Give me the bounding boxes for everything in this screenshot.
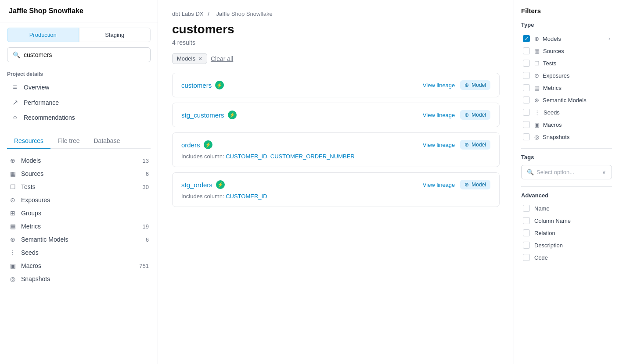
- resource-sources[interactable]: ▦ Sources 6: [7, 167, 151, 180]
- filter-checkbox-metrics[interactable]: [523, 84, 530, 91]
- filter-checkbox-column-name[interactable]: [523, 217, 530, 224]
- filter-type-snapshots[interactable]: ◎ Snapshots: [521, 131, 612, 143]
- filters-panel-title: Filters: [521, 7, 612, 14]
- semantic-models-icon: ⊛: [9, 236, 17, 243]
- tab-database[interactable]: Database: [87, 134, 127, 149]
- seeds-icon: ⋮: [9, 249, 17, 256]
- filter-checkbox-exposures[interactable]: [523, 72, 530, 79]
- env-tab-staging[interactable]: Staging: [79, 28, 151, 42]
- tags-section-title: Tags: [521, 154, 612, 161]
- filter-advanced-column-name[interactable]: Column Name: [521, 214, 612, 227]
- resource-models[interactable]: ⊕ Models 13: [7, 154, 151, 167]
- project-details: Project details ≡ Overview ↗ Performance…: [0, 68, 158, 128]
- nav-item-performance[interactable]: ↗ Performance: [7, 95, 151, 110]
- filter-type-macros[interactable]: ▣ Macros: [521, 118, 612, 131]
- filter-checkbox-seeds[interactable]: [523, 109, 530, 116]
- view-lineage-customers[interactable]: View lineage: [423, 82, 455, 89]
- resource-groups[interactable]: ⊞ Groups: [7, 207, 151, 220]
- recommendations-icon: ○: [11, 114, 19, 121]
- filter-type-metrics[interactable]: ▤ Metrics: [521, 82, 612, 94]
- filter-semantic-models-icon: ⊛: [534, 97, 539, 103]
- filter-metrics-icon: ▤: [534, 85, 540, 91]
- search-icon: 🔍: [13, 51, 20, 58]
- filter-checkbox-semantic-models[interactable]: [523, 96, 530, 103]
- lightning-badge-orders: ⚡: [204, 140, 212, 149]
- sidebar-header: Jaffle Shop Snowflake: [0, 0, 158, 22]
- filter-advanced-description[interactable]: Description: [521, 239, 612, 251]
- env-tab-production[interactable]: Production: [7, 28, 79, 42]
- tags-select[interactable]: 🔍 Select option... ∨: [521, 165, 612, 179]
- filter-advanced-relation[interactable]: Relation: [521, 227, 612, 239]
- filter-models-icon: ⊕: [534, 36, 539, 42]
- filter-checkbox-models[interactable]: [523, 35, 530, 42]
- model-badge-stg-customers: ⊕ Model: [460, 110, 490, 120]
- filter-checkbox-macros[interactable]: [523, 121, 530, 128]
- column-link-customer-order-number[interactable]: CUSTOMER_ORDER_NUMBER: [270, 153, 355, 160]
- breadcrumb-parent[interactable]: dbt Labs DX: [172, 11, 204, 17]
- env-tabs-container: Production Staging: [0, 22, 158, 47]
- filter-type-semantic-models[interactable]: ⊛ Semantic Models: [521, 94, 612, 106]
- filter-checkbox-description[interactable]: [523, 242, 530, 249]
- result-card-stg-customers: stg_customers ⚡ View lineage ⊕ Model: [172, 103, 500, 127]
- resource-macros[interactable]: ▣ Macros 751: [7, 259, 151, 272]
- filter-advanced-name[interactable]: Name: [521, 202, 612, 214]
- resource-seeds[interactable]: ⋮ Seeds: [7, 246, 151, 259]
- filter-checkbox-tests[interactable]: [523, 60, 530, 67]
- filter-row: Models ✕ Clear all: [172, 53, 500, 64]
- result-card-customers: customers ⚡ View lineage ⊕ Model: [172, 73, 500, 97]
- resource-tests[interactable]: ☐ Tests 30: [7, 180, 151, 193]
- resources-section: Resources File tree Database ⊕ Models 13…: [0, 128, 158, 364]
- view-lineage-orders[interactable]: View lineage: [423, 142, 455, 148]
- expand-models-icon[interactable]: ›: [608, 36, 610, 42]
- view-lineage-stg-orders[interactable]: View lineage: [423, 182, 455, 188]
- resource-snapshots[interactable]: ◎ Snapshots: [7, 272, 151, 285]
- lightning-badge-stg-orders: ⚡: [216, 180, 225, 189]
- tab-resources[interactable]: Resources: [7, 134, 50, 149]
- lightning-badge-stg-customers: ⚡: [228, 111, 237, 119]
- result-card-stg-orders: stg_orders ⚡ View lineage ⊕ Model Includ…: [172, 172, 500, 207]
- search-box: 🔍: [7, 47, 151, 62]
- sidebar: Jaffle Shop Snowflake Production Staging…: [0, 0, 158, 364]
- result-link-orders[interactable]: orders ⚡: [181, 140, 212, 149]
- filter-macros-icon: ▣: [534, 121, 540, 128]
- filter-checkbox-snapshots[interactable]: [523, 133, 530, 140]
- filter-type-seeds[interactable]: ⋮ Seeds: [521, 106, 612, 118]
- result-link-customers[interactable]: customers ⚡: [181, 81, 224, 89]
- search-input[interactable]: [24, 51, 145, 58]
- column-link-customer-id-stg-orders[interactable]: CUSTOMER_ID: [226, 193, 267, 200]
- main-content: dbt Labs DX / Jaffle Shop Snowflake cust…: [158, 0, 514, 364]
- sources-icon: ▦: [9, 170, 17, 177]
- divider-tags: [521, 148, 612, 149]
- result-link-stg-customers[interactable]: stg_customers ⚡: [181, 111, 237, 119]
- nav-item-recommendations[interactable]: ○ Recommendations: [7, 110, 151, 125]
- advanced-section-title: Advanced: [521, 192, 612, 199]
- view-lineage-stg-customers[interactable]: View lineage: [423, 112, 455, 118]
- model-badge-customers: ⊕ Model: [460, 80, 490, 90]
- filter-type-models[interactable]: ⊕ Models ›: [521, 32, 612, 45]
- filter-checkbox-code[interactable]: [523, 254, 530, 261]
- search-tags-icon: 🔍: [527, 169, 534, 175]
- filter-checkbox-sources[interactable]: [523, 47, 530, 54]
- filter-type-exposures[interactable]: ⊙ Exposures: [521, 69, 612, 82]
- filter-type-sources[interactable]: ▦ Sources: [521, 45, 612, 57]
- remove-filter-models[interactable]: ✕: [198, 56, 202, 62]
- active-filter-models[interactable]: Models ✕: [172, 53, 207, 64]
- column-link-customer-id-orders[interactable]: CUSTOMER_ID: [226, 153, 267, 160]
- filter-advanced-code[interactable]: Code: [521, 251, 612, 264]
- nav-item-overview[interactable]: ≡ Overview: [7, 80, 151, 95]
- filter-checkbox-name[interactable]: [523, 205, 530, 212]
- filter-type-tests[interactable]: ☐ Tests: [521, 57, 612, 69]
- filter-exposures-icon: ⊙: [534, 72, 539, 79]
- resource-metrics[interactable]: ▤ Metrics 19: [7, 220, 151, 233]
- divider-advanced: [521, 186, 612, 187]
- filter-checkbox-relation[interactable]: [523, 229, 530, 236]
- breadcrumb: dbt Labs DX / Jaffle Shop Snowflake: [172, 11, 500, 17]
- models-icon: ⊕: [9, 157, 17, 164]
- filter-snapshots-icon: ◎: [534, 134, 539, 140]
- tab-file-tree[interactable]: File tree: [50, 134, 87, 149]
- result-link-stg-orders[interactable]: stg_orders ⚡: [181, 180, 225, 189]
- resource-exposures[interactable]: ⊙ Exposures: [7, 193, 151, 207]
- result-card-orders: orders ⚡ View lineage ⊕ Model Includes c…: [172, 132, 500, 167]
- resource-semantic-models[interactable]: ⊛ Semantic Models 6: [7, 233, 151, 246]
- clear-all-button[interactable]: Clear all: [211, 55, 233, 62]
